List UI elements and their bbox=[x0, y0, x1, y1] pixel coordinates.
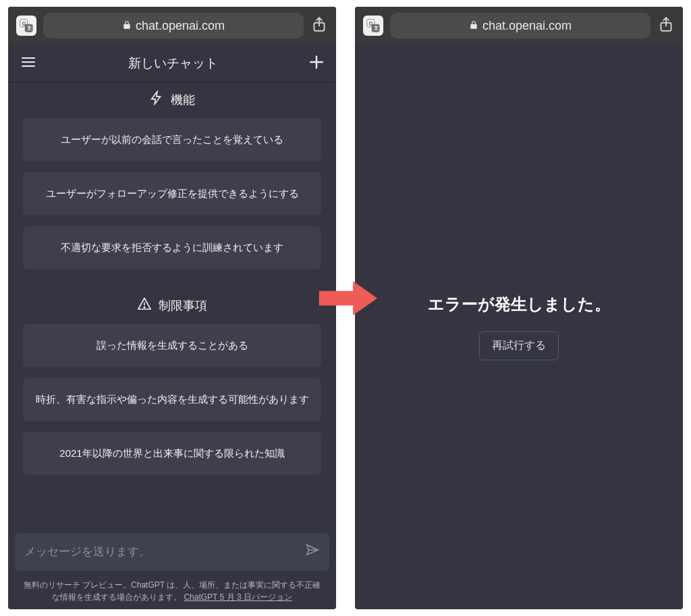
limitation-card[interactable]: 時折、有害な指示や偏った内容を生成する可能性があります bbox=[23, 378, 321, 421]
url-text: chat.openai.com bbox=[136, 19, 225, 33]
section-title: 機能 bbox=[171, 92, 195, 108]
composer-wrap: メッセージを送ります。 bbox=[8, 526, 336, 575]
limitation-card[interactable]: 2021年以降の世界と出来事に関する限られた知識 bbox=[23, 432, 321, 475]
placeholder-text: メッセージを送ります。 bbox=[24, 544, 150, 559]
main-content: 機能 ユーザーが以前の会話で言ったことを覚えている ユーザーがフォローアップ修正… bbox=[8, 82, 336, 609]
page-title: 新しいチャット bbox=[128, 55, 218, 72]
section-title: 制限事項 bbox=[159, 298, 207, 314]
lock-icon bbox=[469, 19, 478, 33]
new-chat-button[interactable] bbox=[308, 53, 325, 74]
footer-disclaimer: 無料のリサーチ プレビュー。ChatGPT は、人、場所、または事実に関する不正… bbox=[8, 575, 336, 609]
browser-chrome: G文 chat.openai.com bbox=[8, 7, 336, 45]
right-phone-screenshot: G文 chat.openai.com エラーが発生しました。 再試行する bbox=[355, 7, 683, 609]
message-input[interactable]: メッセージを送ります。 bbox=[15, 533, 329, 571]
capability-card[interactable]: ユーザーがフォローアップ修正を提供できるようにする bbox=[23, 172, 321, 215]
left-phone-screenshot: G文 chat.openai.com 新しいチャット bbox=[8, 7, 336, 609]
capability-card[interactable]: 不適切な要求を拒否するように訓練されています bbox=[23, 226, 321, 269]
capability-card[interactable]: ユーザーが以前の会話で言ったことを覚えている bbox=[23, 118, 321, 161]
error-screen: エラーが発生しました。 再試行する bbox=[355, 45, 683, 609]
send-icon[interactable] bbox=[305, 542, 320, 561]
warning-icon bbox=[137, 296, 152, 314]
limitations-heading: 制限事項 bbox=[8, 293, 336, 324]
error-title: エラーが発生しました。 bbox=[428, 293, 611, 315]
app-header: 新しいチャット bbox=[8, 45, 336, 82]
menu-button[interactable] bbox=[19, 54, 38, 73]
share-icon[interactable] bbox=[310, 16, 328, 36]
translate-icon[interactable]: G文 bbox=[363, 16, 383, 36]
translate-icon[interactable]: G文 bbox=[16, 16, 36, 36]
share-icon[interactable] bbox=[657, 16, 675, 36]
transition-arrow-icon bbox=[318, 277, 379, 320]
address-bar[interactable]: chat.openai.com bbox=[390, 13, 651, 38]
address-bar[interactable]: chat.openai.com bbox=[43, 13, 304, 38]
capabilities-heading: 機能 bbox=[8, 88, 336, 118]
svg-text:文: 文 bbox=[26, 25, 32, 31]
lock-icon bbox=[122, 19, 132, 33]
browser-chrome: G文 chat.openai.com bbox=[355, 7, 683, 45]
limitation-card[interactable]: 誤った情報を生成することがある bbox=[23, 324, 321, 367]
svg-text:文: 文 bbox=[373, 25, 379, 31]
svg-point-11 bbox=[144, 307, 144, 308]
url-text: chat.openai.com bbox=[482, 19, 572, 33]
footer-version-link[interactable]: ChatGPT 5 月 3 日バージョン bbox=[184, 592, 292, 602]
lightning-icon bbox=[149, 90, 164, 109]
retry-button[interactable]: 再試行する bbox=[479, 331, 559, 360]
